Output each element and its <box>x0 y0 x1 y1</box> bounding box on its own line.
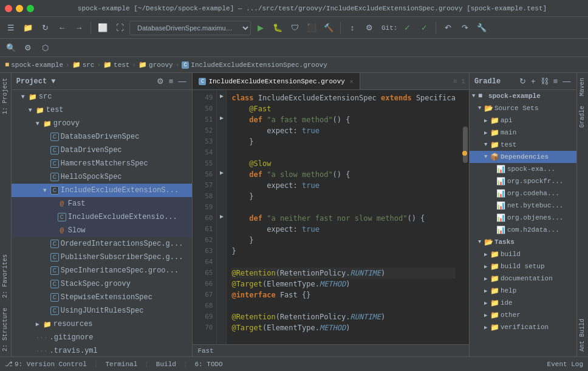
status-todo[interactable]: 6: TODO <box>194 361 222 368</box>
right-label-gradle[interactable]: Gradle <box>577 101 588 133</box>
tree-item-includeexclude-inner[interactable]: ▶ C IncludeExcludeExtensio... <box>12 210 193 224</box>
toolbar-back-btn[interactable]: ← <box>55 21 69 35</box>
toolbar-vcs-btn[interactable]: ↕ <box>345 21 360 35</box>
code-line-67: @interface Fast {} <box>231 290 456 300</box>
code-line-62: } <box>231 235 456 246</box>
gradle-refresh-btn[interactable]: ↻ <box>518 77 527 86</box>
status-version-control[interactable]: ⎇ 9: Version Control <box>5 360 87 368</box>
code-scrollbar[interactable] <box>460 90 469 344</box>
breadcrumb-src[interactable]: 📁 src <box>72 61 95 69</box>
toolbar-undo-btn[interactable]: ↶ <box>440 21 455 35</box>
status-event-log[interactable]: Event Log <box>547 361 583 368</box>
gradle-task-verification[interactable]: ▶ 📁 verification <box>470 321 576 333</box>
gradle-item-main[interactable]: ▶ 📁 main <box>470 127 576 139</box>
code-line-69: @Retention(RetentionPolicy.RUNTIME) <box>231 311 456 322</box>
tree-item-includeexclude[interactable]: ▼ C IncludeExcludeExtensionS... <box>12 184 193 197</box>
gradle-dep-h2data[interactable]: ▶ 📊 com.h2data... <box>470 224 576 236</box>
tree-item-src[interactable]: ▼ 📁 src <box>12 90 193 103</box>
gradle-list-btn[interactable]: ≡ <box>552 77 559 86</box>
tree-item-specinheritance[interactable]: ▶ C SpecInheritanceSpec.groo... <box>12 264 193 277</box>
tree-item-publisher[interactable]: ▶ C PublisherSubscriberSpec.g... <box>12 251 193 264</box>
gradle-task-build-setup[interactable]: ▶ 📁 build setup <box>470 260 576 272</box>
gradle-dep-objenes[interactable]: ▶ 📊 org.objenes... <box>470 212 576 224</box>
gradle-item-tasks[interactable]: ▼ 📂 Tasks <box>470 236 576 248</box>
gradle-item-api[interactable]: ▶ 📁 api <box>470 114 576 127</box>
tree-item-stackspec[interactable]: ▶ C StackSpec.groovy <box>12 277 193 291</box>
tree-item-travis[interactable]: ▶ ··· .travis.yml <box>12 344 193 356</box>
tree-item-hellospock[interactable]: ▶ C HelloSpockSpec <box>12 170 193 184</box>
toolbar-git-tick2[interactable]: ✓ <box>417 21 431 35</box>
gradle-dep-bytebuc[interactable]: ▶ 📊 net.bytebuc... <box>470 199 576 212</box>
gradle-dep-spock-example[interactable]: ▶ 📊 spock-exa... <box>470 163 576 175</box>
gradle-collapse-btn[interactable]: — <box>561 77 572 86</box>
toolbar-refresh-btn[interactable]: ↻ <box>38 21 52 35</box>
tab-close-btn[interactable]: ✕ <box>350 78 354 85</box>
toolbar-git-tick1[interactable]: ✓ <box>400 21 414 35</box>
toolbar2-settings-btn[interactable]: ⚙ <box>21 41 35 55</box>
gradle-add-btn[interactable]: + <box>530 77 537 86</box>
toolbar-redo-btn[interactable]: ↷ <box>457 21 472 35</box>
tree-item-test[interactable]: ▼ 📁 test <box>12 103 193 117</box>
editor-tab-main[interactable]: C IncludeExcludeExtensionSpec.groovy ✕ <box>193 73 360 89</box>
toolbar-forward-btn[interactable]: → <box>72 21 86 35</box>
project-collapse-btn[interactable]: — <box>177 77 187 86</box>
gradle-item-test-sourceset[interactable]: ▼ 📁 test <box>470 139 576 151</box>
gradle-item-source-sets[interactable]: ▼ 📂 Source Sets <box>470 102 576 114</box>
toolbar2-extra-btn[interactable]: ⬡ <box>38 41 52 55</box>
left-label-project[interactable]: 1: Project <box>0 73 11 119</box>
close-button[interactable] <box>5 5 12 12</box>
run-button[interactable]: ▶ <box>253 21 268 35</box>
toolbar-stop-btn[interactable]: ⬛ <box>304 21 319 35</box>
toolbar-bookmark-btn[interactable]: ⛶ <box>112 21 127 35</box>
project-layout-btn[interactable]: ≡ <box>168 77 175 86</box>
gradle-item-dependencies[interactable]: ▼ 📦 Dependencies <box>470 151 576 163</box>
toolbar-settings-btn[interactable]: ⚙ <box>362 21 377 35</box>
gradle-task-build[interactable]: ▶ 📁 build <box>470 248 576 260</box>
breadcrumb-test[interactable]: 📁 test <box>103 61 129 69</box>
right-label-maven[interactable]: Maven <box>577 73 588 101</box>
toolbar-wrench-btn[interactable]: 🔧 <box>474 21 489 35</box>
toolbar-menu-btn[interactable]: ☰ <box>4 21 18 35</box>
maximize-button[interactable] <box>27 5 34 12</box>
tree-item-fast[interactable]: ▶ @ Fast <box>12 197 193 210</box>
right-label-antbuild[interactable]: Ant Build <box>577 314 588 356</box>
gradle-task-help[interactable]: ▶ 📁 help <box>470 285 576 297</box>
gradle-link-btn[interactable]: ⛓ <box>539 77 550 86</box>
left-label-favorites[interactable]: 2: Favorites <box>0 249 11 303</box>
code-line-63: } <box>231 246 456 257</box>
run-config-dropdown[interactable]: DatabaseDrivenSpec.maximum of two number… <box>129 21 251 35</box>
tree-item-databasedrivenspec[interactable]: ▶ C DatabaseDrivenSpec <box>12 130 193 144</box>
project-settings-btn[interactable]: ⚙ <box>156 77 165 86</box>
toolbar-new-btn[interactable]: ⬜ <box>95 21 110 35</box>
gradle-item-spock-example[interactable]: ▼ ■ spock-example <box>470 90 576 102</box>
tree-item-gitignore[interactable]: ▶ ··· .gitignore <box>12 331 193 344</box>
code-line-50: @Fast <box>231 103 456 114</box>
toolbar-open-btn[interactable]: 📁 <box>21 21 35 35</box>
tree-item-slow[interactable]: ▶ @ Slow <box>12 224 193 237</box>
tree-item-resources[interactable]: ▶ 📁 resources <box>12 317 193 331</box>
tree-item-hamcrest[interactable]: ▶ C HamcrestMatchersSpec <box>12 157 193 170</box>
left-label-structure[interactable]: 2: Structure <box>0 303 11 356</box>
tree-item-ordered[interactable]: ▶ C OrderedInteractionsSpec.g... <box>12 237 193 251</box>
tree-item-junrules[interactable]: ▶ C UsingJUnitRulesSpec <box>12 304 193 317</box>
tree-item-datadrivenspec[interactable]: ▶ C DataDrivenSpec <box>12 144 193 157</box>
gradle-task-documentation[interactable]: ▶ 📁 documentation <box>470 272 576 285</box>
breadcrumb-file[interactable]: C IncludeExcludeExtensionSpec.groovy <box>182 61 327 69</box>
tree-item-stepwise[interactable]: ▶ C StepwiseExtensionSpec <box>12 291 193 304</box>
breadcrumb-groovy[interactable]: 📁 groovy <box>138 61 173 69</box>
coverage-button[interactable]: 🛡 <box>287 21 302 35</box>
breadcrumb-spock-example[interactable]: ■ spock-example <box>5 61 63 69</box>
minimize-button[interactable] <box>16 5 23 12</box>
status-build[interactable]: Build <box>156 361 176 368</box>
debug-button[interactable]: 🐛 <box>270 21 285 35</box>
gradle-task-ide[interactable]: ▶ 📁 ide <box>470 297 576 309</box>
gradle-task-other[interactable]: ▶ 📁 other <box>470 309 576 321</box>
toolbar2-search-btn[interactable]: 🔍 <box>4 41 18 55</box>
gradle-dep-codeha[interactable]: ▶ 📊 org.codeha... <box>470 187 576 199</box>
status-terminal[interactable]: Terminal <box>105 361 137 368</box>
tree-item-groovy[interactable]: ▼ 📁 groovy <box>12 117 193 130</box>
toolbar-build-btn[interactable]: 🔨 <box>321 21 336 35</box>
gradle-dep-spockfr[interactable]: ▶ 📊 org.spockfr... <box>470 175 576 187</box>
vcs-icon: ⎇ <box>5 360 13 368</box>
code-content[interactable]: class IncludeExcludeExtensionSpec extend… <box>227 90 460 344</box>
